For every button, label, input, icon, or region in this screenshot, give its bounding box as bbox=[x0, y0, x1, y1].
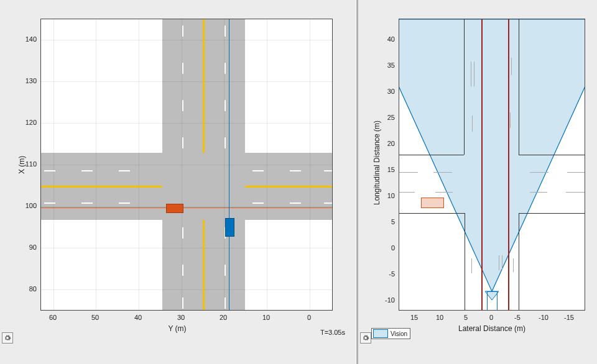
x-axis-label: Y (m) bbox=[168, 324, 186, 333]
gear-icon[interactable] bbox=[360, 332, 371, 344]
lane-mark bbox=[567, 172, 585, 173]
lane-mark bbox=[399, 172, 418, 173]
lane-dash bbox=[224, 265, 226, 276]
lane-mark bbox=[510, 112, 511, 128]
road-edge bbox=[465, 213, 465, 310]
road-edge bbox=[399, 155, 464, 155]
x-tick: 40 bbox=[134, 314, 142, 321]
lane-dash bbox=[224, 63, 226, 74]
lane-dash bbox=[182, 100, 183, 111]
lane-dash bbox=[182, 25, 183, 37]
x-axis-label: Lateral Distance (m) bbox=[458, 324, 525, 333]
lane-dash bbox=[324, 202, 332, 204]
x-tick: 30 bbox=[177, 314, 185, 321]
road-edge bbox=[464, 19, 465, 155]
x-tick: 0 bbox=[307, 314, 311, 321]
y-tick: -10 bbox=[385, 296, 395, 304]
lane-dash bbox=[224, 25, 226, 37]
y-tick: 120 bbox=[25, 119, 37, 126]
lane-dash bbox=[81, 202, 93, 204]
road-edge bbox=[399, 213, 465, 214]
lane-mark bbox=[566, 192, 585, 193]
lane-mark bbox=[513, 258, 514, 272]
lane-mark bbox=[435, 192, 453, 193]
lane-dash bbox=[182, 265, 183, 276]
lane-dash bbox=[182, 63, 183, 74]
y-tick: 15 bbox=[387, 166, 395, 173]
lane-mark bbox=[399, 192, 415, 193]
y-tick: 5 bbox=[391, 218, 395, 225]
gear-icon[interactable] bbox=[2, 332, 13, 344]
lane-dash bbox=[224, 298, 226, 309]
y-tick: 100 bbox=[25, 202, 37, 209]
road-edge bbox=[519, 155, 585, 155]
scenario-plot[interactable] bbox=[40, 19, 333, 311]
y-tick: 40 bbox=[387, 35, 395, 43]
ego-outline bbox=[487, 291, 497, 310]
x-tick: 5 bbox=[464, 314, 468, 321]
x-tick: 20 bbox=[220, 314, 227, 321]
lane-dash bbox=[224, 137, 226, 148]
x-tick: -15 bbox=[564, 314, 574, 321]
lane-mark bbox=[530, 172, 548, 173]
y-tick: 0 bbox=[391, 244, 395, 252]
target-trajectory bbox=[229, 19, 229, 310]
y-tick: 25 bbox=[387, 114, 395, 121]
x-tick: -10 bbox=[539, 314, 548, 321]
lane-dash bbox=[182, 227, 183, 239]
target-vehicle bbox=[225, 218, 234, 237]
legend[interactable]: Vision bbox=[371, 328, 410, 339]
lane-dash bbox=[252, 170, 264, 171]
lane-dash bbox=[44, 202, 55, 204]
lane-mark bbox=[502, 255, 502, 270]
x-tick: 50 bbox=[91, 314, 99, 321]
center-line bbox=[203, 220, 205, 310]
lane-mark bbox=[471, 61, 471, 86]
lane-boundary bbox=[481, 19, 483, 310]
y-axis-label: X (m) bbox=[17, 156, 26, 174]
lane-dash bbox=[324, 170, 332, 171]
ego-vehicle bbox=[166, 204, 183, 213]
x-tick: 60 bbox=[49, 314, 57, 321]
lane-mark bbox=[472, 116, 473, 132]
x-tick: -5 bbox=[514, 314, 521, 321]
lane-dash bbox=[252, 202, 264, 204]
lane-dash bbox=[119, 170, 130, 171]
lane-mark bbox=[530, 192, 547, 193]
lane-mark bbox=[471, 258, 472, 273]
legend-label: Vision bbox=[391, 330, 407, 337]
y-tick: 20 bbox=[387, 140, 395, 147]
svg-marker-0 bbox=[399, 19, 585, 291]
lane-dash bbox=[119, 202, 130, 204]
ego-trajectory bbox=[41, 207, 332, 208]
vision-swatch bbox=[373, 329, 388, 338]
y-tick: 35 bbox=[387, 61, 395, 69]
lane-mark bbox=[474, 61, 474, 86]
y-tick: 130 bbox=[25, 77, 37, 84]
center-line bbox=[203, 19, 205, 153]
sensor-pane: 15 10 5 0 -5 -10 -15 -10 -5 0 5 10 15 20… bbox=[358, 0, 597, 364]
y-tick: 110 bbox=[25, 160, 37, 168]
lane-mark bbox=[511, 58, 512, 75]
x-tick: 10 bbox=[262, 314, 270, 321]
y-tick: 90 bbox=[29, 243, 37, 251]
lane-dash bbox=[182, 298, 183, 309]
figure-container: 60 50 40 30 20 10 0 80 90 100 110 120 13… bbox=[0, 0, 597, 364]
lane-dash bbox=[290, 170, 301, 171]
vision-fov bbox=[399, 19, 585, 310]
x-tick: 10 bbox=[436, 314, 443, 321]
lane-dash bbox=[182, 137, 183, 148]
center-line bbox=[245, 186, 332, 188]
y-tick: -5 bbox=[389, 270, 395, 278]
lane-boundary bbox=[508, 19, 509, 310]
road-edge bbox=[519, 213, 519, 310]
y-tick: 30 bbox=[387, 88, 395, 95]
lane-dash bbox=[224, 100, 226, 111]
sensor-plot[interactable] bbox=[399, 19, 585, 311]
pane-divider[interactable] bbox=[356, 0, 356, 364]
lane-dash bbox=[44, 170, 55, 171]
x-tick: 0 bbox=[489, 314, 493, 321]
y-tick: 140 bbox=[25, 35, 37, 43]
road-edge bbox=[519, 19, 519, 155]
road-edge bbox=[519, 213, 585, 214]
